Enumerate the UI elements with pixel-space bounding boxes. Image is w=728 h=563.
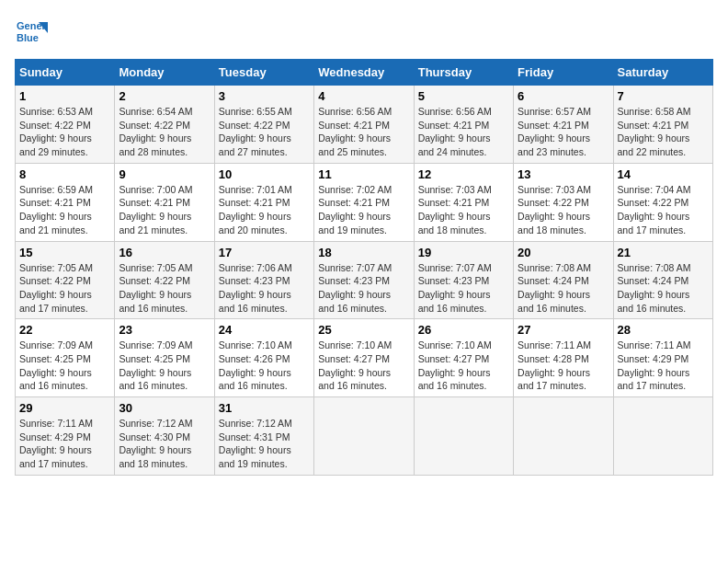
calendar-cell: 11Sunrise: 7:02 AM Sunset: 4:21 PM Dayli…: [314, 163, 414, 241]
day-number: 29: [19, 401, 110, 415]
col-header-friday: Friday: [514, 60, 613, 86]
day-number: 9: [119, 167, 210, 181]
day-info: Sunrise: 6:57 AM Sunset: 4:21 PM Dayligh…: [518, 105, 609, 159]
day-number: 8: [19, 167, 110, 181]
col-header-thursday: Thursday: [414, 60, 513, 86]
page-header: General Blue: [15, 15, 713, 48]
calendar-cell: 5Sunrise: 6:56 AM Sunset: 4:21 PM Daylig…: [414, 86, 513, 164]
day-info: Sunrise: 7:11 AM Sunset: 4:29 PM Dayligh…: [618, 339, 709, 393]
calendar-cell: 17Sunrise: 7:06 AM Sunset: 4:23 PM Dayli…: [214, 241, 313, 319]
calendar-cell: 3Sunrise: 6:55 AM Sunset: 4:22 PM Daylig…: [214, 86, 313, 164]
day-info: Sunrise: 6:56 AM Sunset: 4:21 PM Dayligh…: [318, 105, 409, 159]
day-info: Sunrise: 7:05 AM Sunset: 4:22 PM Dayligh…: [119, 261, 210, 316]
day-number: 11: [318, 167, 409, 181]
day-number: 2: [119, 89, 210, 103]
calendar-cell: 22Sunrise: 7:09 AM Sunset: 4:25 PM Dayli…: [16, 319, 115, 397]
day-number: 18: [318, 246, 409, 259]
day-number: 27: [518, 323, 609, 337]
day-number: 30: [119, 401, 210, 415]
day-number: 14: [618, 167, 709, 181]
day-info: Sunrise: 7:09 AM Sunset: 4:25 PM Dayligh…: [119, 339, 210, 393]
calendar-week-1: 1Sunrise: 6:53 AM Sunset: 4:22 PM Daylig…: [16, 86, 713, 164]
day-number: 28: [618, 323, 709, 337]
day-info: Sunrise: 7:10 AM Sunset: 4:27 PM Dayligh…: [418, 339, 509, 393]
day-number: 3: [219, 89, 310, 103]
calendar-cell: 31Sunrise: 7:12 AM Sunset: 4:31 PM Dayli…: [214, 397, 313, 476]
calendar-cell: 8Sunrise: 6:59 AM Sunset: 4:21 PM Daylig…: [16, 163, 115, 241]
calendar-cell: 12Sunrise: 7:03 AM Sunset: 4:21 PM Dayli…: [414, 163, 513, 241]
day-info: Sunrise: 7:10 AM Sunset: 4:27 PM Dayligh…: [318, 339, 409, 393]
day-number: 23: [119, 323, 210, 337]
day-number: 10: [219, 167, 310, 181]
calendar-cell: 14Sunrise: 7:04 AM Sunset: 4:22 PM Dayli…: [613, 163, 712, 241]
col-header-tuesday: Tuesday: [214, 60, 313, 86]
day-info: Sunrise: 6:55 AM Sunset: 4:22 PM Dayligh…: [219, 105, 310, 159]
calendar-cell: 28Sunrise: 7:11 AM Sunset: 4:29 PM Dayli…: [613, 319, 712, 397]
calendar-cell: 21Sunrise: 7:08 AM Sunset: 4:24 PM Dayli…: [613, 241, 712, 319]
calendar-cell: 29Sunrise: 7:11 AM Sunset: 4:29 PM Dayli…: [16, 397, 115, 476]
calendar-cell: 1Sunrise: 6:53 AM Sunset: 4:22 PM Daylig…: [16, 86, 115, 164]
calendar-cell: 15Sunrise: 7:05 AM Sunset: 4:22 PM Dayli…: [16, 241, 115, 319]
calendar-cell: 9Sunrise: 7:00 AM Sunset: 4:21 PM Daylig…: [115, 163, 214, 241]
day-info: Sunrise: 6:53 AM Sunset: 4:22 PM Dayligh…: [19, 105, 110, 159]
calendar-week-2: 8Sunrise: 6:59 AM Sunset: 4:21 PM Daylig…: [16, 163, 713, 241]
day-number: 20: [518, 246, 609, 259]
day-info: Sunrise: 7:08 AM Sunset: 4:24 PM Dayligh…: [618, 261, 709, 316]
day-info: Sunrise: 7:05 AM Sunset: 4:22 PM Dayligh…: [19, 261, 110, 316]
day-number: 21: [618, 246, 709, 259]
calendar-cell: 24Sunrise: 7:10 AM Sunset: 4:26 PM Dayli…: [214, 319, 313, 397]
day-info: Sunrise: 7:09 AM Sunset: 4:25 PM Dayligh…: [19, 339, 110, 393]
calendar-cell: 18Sunrise: 7:07 AM Sunset: 4:23 PM Dayli…: [314, 241, 414, 319]
calendar-week-3: 15Sunrise: 7:05 AM Sunset: 4:22 PM Dayli…: [16, 241, 713, 319]
day-number: 24: [219, 323, 310, 337]
day-info: Sunrise: 7:11 AM Sunset: 4:29 PM Dayligh…: [19, 417, 110, 471]
calendar-cell: 13Sunrise: 7:03 AM Sunset: 4:22 PM Dayli…: [514, 163, 613, 241]
day-info: Sunrise: 6:56 AM Sunset: 4:21 PM Dayligh…: [418, 105, 509, 159]
day-number: 12: [418, 167, 509, 181]
day-info: Sunrise: 7:12 AM Sunset: 4:30 PM Dayligh…: [119, 417, 210, 471]
calendar-cell: 4Sunrise: 6:56 AM Sunset: 4:21 PM Daylig…: [314, 86, 414, 164]
day-number: 7: [618, 89, 709, 103]
day-number: 13: [518, 167, 609, 181]
day-number: 17: [219, 246, 310, 259]
day-info: Sunrise: 7:10 AM Sunset: 4:26 PM Dayligh…: [219, 339, 310, 393]
calendar-cell: 27Sunrise: 7:11 AM Sunset: 4:28 PM Dayli…: [514, 319, 613, 397]
day-number: 19: [418, 246, 509, 259]
day-number: 16: [119, 246, 210, 259]
col-header-sunday: Sunday: [16, 60, 115, 86]
day-info: Sunrise: 7:08 AM Sunset: 4:24 PM Dayligh…: [518, 261, 609, 316]
day-info: Sunrise: 7:00 AM Sunset: 4:21 PM Dayligh…: [119, 183, 210, 237]
calendar-cell: 7Sunrise: 6:58 AM Sunset: 4:21 PM Daylig…: [613, 86, 712, 164]
day-info: Sunrise: 7:03 AM Sunset: 4:21 PM Dayligh…: [418, 183, 509, 237]
calendar-table: SundayMondayTuesdayWednesdayThursdayFrid…: [15, 59, 713, 476]
logo-icon: General Blue: [15, 15, 48, 48]
logo: General Blue: [15, 15, 48, 48]
day-info: Sunrise: 7:06 AM Sunset: 4:23 PM Dayligh…: [219, 261, 310, 316]
day-number: 31: [219, 401, 310, 415]
calendar-cell: [613, 397, 712, 476]
day-info: Sunrise: 7:02 AM Sunset: 4:21 PM Dayligh…: [318, 183, 409, 237]
calendar-cell: 6Sunrise: 6:57 AM Sunset: 4:21 PM Daylig…: [514, 86, 613, 164]
calendar-cell: 26Sunrise: 7:10 AM Sunset: 4:27 PM Dayli…: [414, 319, 513, 397]
calendar-header-row: SundayMondayTuesdayWednesdayThursdayFrid…: [16, 60, 713, 86]
day-number: 4: [318, 89, 409, 103]
day-info: Sunrise: 7:01 AM Sunset: 4:21 PM Dayligh…: [219, 183, 310, 237]
day-info: Sunrise: 7:07 AM Sunset: 4:23 PM Dayligh…: [418, 261, 509, 316]
col-header-saturday: Saturday: [613, 60, 712, 86]
calendar-cell: 30Sunrise: 7:12 AM Sunset: 4:30 PM Dayli…: [115, 397, 214, 476]
day-info: Sunrise: 6:59 AM Sunset: 4:21 PM Dayligh…: [19, 183, 110, 237]
day-info: Sunrise: 6:58 AM Sunset: 4:21 PM Dayligh…: [618, 105, 709, 159]
calendar-cell: 20Sunrise: 7:08 AM Sunset: 4:24 PM Dayli…: [514, 241, 613, 319]
day-number: 26: [418, 323, 509, 337]
day-info: Sunrise: 7:07 AM Sunset: 4:23 PM Dayligh…: [318, 261, 409, 316]
calendar-cell: 10Sunrise: 7:01 AM Sunset: 4:21 PM Dayli…: [214, 163, 313, 241]
day-number: 15: [19, 246, 110, 259]
day-number: 6: [518, 89, 609, 103]
day-info: Sunrise: 7:11 AM Sunset: 4:28 PM Dayligh…: [518, 339, 609, 393]
day-info: Sunrise: 7:04 AM Sunset: 4:22 PM Dayligh…: [618, 183, 709, 237]
day-info: Sunrise: 7:12 AM Sunset: 4:31 PM Dayligh…: [219, 417, 310, 471]
svg-text:Blue: Blue: [17, 32, 39, 43]
calendar-body: 1Sunrise: 6:53 AM Sunset: 4:22 PM Daylig…: [16, 86, 713, 476]
calendar-cell: [414, 397, 513, 476]
calendar-cell: 19Sunrise: 7:07 AM Sunset: 4:23 PM Dayli…: [414, 241, 513, 319]
